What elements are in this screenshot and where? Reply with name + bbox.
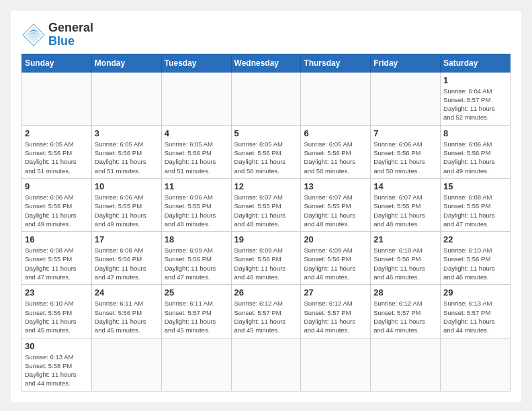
day-number: 14 [373, 181, 437, 191]
day-info: Sunrise: 6:07 AM Sunset: 5:55 PM Dayligh… [373, 193, 437, 228]
calendar-week-row: 16Sunrise: 6:08 AM Sunset: 5:55 PM Dayli… [22, 232, 511, 285]
calendar-week-row: 1Sunrise: 6:04 AM Sunset: 5:57 PM Daylig… [22, 72, 511, 125]
calendar-cell [161, 338, 231, 391]
day-info: Sunrise: 6:12 AM Sunset: 5:57 PM Dayligh… [373, 299, 437, 334]
day-number: 5 [234, 128, 298, 138]
calendar-cell: 26Sunrise: 6:12 AM Sunset: 5:57 PM Dayli… [231, 285, 301, 338]
svg-marker-1 [25, 26, 42, 43]
day-info: Sunrise: 6:09 AM Sunset: 5:56 PM Dayligh… [165, 246, 228, 281]
calendar-week-row: 9Sunrise: 6:06 AM Sunset: 5:56 PM Daylig… [22, 178, 511, 231]
day-number: 26 [234, 287, 298, 298]
day-number: 7 [373, 128, 437, 138]
calendar-cell: 14Sunrise: 6:07 AM Sunset: 5:55 PM Dayli… [371, 178, 441, 231]
day-number: 27 [304, 287, 367, 298]
weekday-header-row: SundayMondayTuesdayWednesdayThursdayFrid… [22, 54, 511, 72]
day-info: Sunrise: 6:11 AM Sunset: 5:56 PM Dayligh… [95, 299, 159, 334]
calendar-cell [161, 72, 231, 125]
page-container: GeneralBlue SundayMondayTuesdayWednesday… [11, 11, 521, 402]
day-info: Sunrise: 6:10 AM Sunset: 5:56 PM Dayligh… [25, 299, 89, 334]
day-number: 4 [165, 128, 228, 138]
calendar-cell: 30Sunrise: 6:13 AM Sunset: 5:58 PM Dayli… [22, 338, 92, 391]
calendar-cell: 20Sunrise: 6:09 AM Sunset: 5:56 PM Dayli… [301, 232, 371, 285]
day-info: Sunrise: 6:05 AM Sunset: 5:56 PM Dayligh… [304, 140, 367, 175]
calendar-cell [301, 72, 371, 125]
day-number: 18 [165, 234, 228, 244]
calendar-cell [91, 72, 161, 125]
day-number: 23 [25, 287, 89, 298]
weekday-header-thursday: Thursday [301, 54, 371, 72]
day-info: Sunrise: 6:11 AM Sunset: 5:57 PM Dayligh… [165, 299, 228, 334]
calendar-week-row: 2Sunrise: 6:05 AM Sunset: 5:56 PM Daylig… [22, 125, 511, 178]
calendar-cell: 4Sunrise: 6:05 AM Sunset: 5:56 PM Daylig… [161, 125, 231, 178]
calendar-cell: 11Sunrise: 6:06 AM Sunset: 5:55 PM Dayli… [161, 178, 231, 231]
weekday-header-saturday: Saturday [441, 54, 511, 72]
calendar-cell: 22Sunrise: 6:10 AM Sunset: 5:56 PM Dayli… [441, 232, 511, 285]
day-info: Sunrise: 6:12 AM Sunset: 5:57 PM Dayligh… [304, 299, 367, 334]
calendar-cell: 12Sunrise: 6:07 AM Sunset: 5:55 PM Dayli… [231, 178, 301, 231]
calendar-cell: 29Sunrise: 6:13 AM Sunset: 5:57 PM Dayli… [441, 285, 511, 338]
calendar-cell: 25Sunrise: 6:11 AM Sunset: 5:57 PM Dayli… [161, 285, 231, 338]
weekday-header-wednesday: Wednesday [231, 54, 301, 72]
day-number: 17 [95, 234, 159, 244]
day-number: 9 [25, 181, 89, 191]
day-info: Sunrise: 6:05 AM Sunset: 5:56 PM Dayligh… [25, 140, 89, 175]
day-info: Sunrise: 6:08 AM Sunset: 5:55 PM Dayligh… [25, 246, 89, 281]
weekday-header-sunday: Sunday [22, 54, 92, 72]
day-info: Sunrise: 6:12 AM Sunset: 5:57 PM Dayligh… [234, 299, 298, 334]
calendar-cell: 27Sunrise: 6:12 AM Sunset: 5:57 PM Dayli… [301, 285, 371, 338]
day-number: 24 [95, 287, 159, 298]
calendar-cell: 24Sunrise: 6:11 AM Sunset: 5:56 PM Dayli… [91, 285, 161, 338]
day-info: Sunrise: 6:05 AM Sunset: 5:56 PM Dayligh… [95, 140, 159, 175]
day-info: Sunrise: 6:13 AM Sunset: 5:58 PM Dayligh… [25, 353, 89, 388]
day-info: Sunrise: 6:09 AM Sunset: 5:56 PM Dayligh… [304, 246, 367, 281]
day-info: Sunrise: 6:09 AM Sunset: 5:56 PM Dayligh… [234, 246, 298, 281]
day-info: Sunrise: 6:07 AM Sunset: 5:55 PM Dayligh… [304, 193, 367, 228]
page-header: GeneralBlue [21, 21, 511, 48]
day-info: Sunrise: 6:07 AM Sunset: 5:55 PM Dayligh… [234, 193, 298, 228]
day-info: Sunrise: 6:06 AM Sunset: 5:56 PM Dayligh… [443, 140, 507, 175]
calendar-cell: 2Sunrise: 6:05 AM Sunset: 5:56 PM Daylig… [22, 125, 92, 178]
weekday-header-friday: Friday [371, 54, 441, 72]
calendar-cell [441, 338, 511, 391]
day-info: Sunrise: 6:08 AM Sunset: 5:56 PM Dayligh… [95, 246, 159, 281]
day-info: Sunrise: 6:04 AM Sunset: 5:57 PM Dayligh… [443, 87, 507, 122]
day-number: 28 [373, 287, 437, 298]
day-number: 12 [234, 181, 298, 191]
calendar-cell: 23Sunrise: 6:10 AM Sunset: 5:56 PM Dayli… [22, 285, 92, 338]
calendar-cell: 15Sunrise: 6:08 AM Sunset: 5:55 PM Dayli… [441, 178, 511, 231]
day-number: 20 [304, 234, 367, 244]
weekday-header-tuesday: Tuesday [161, 54, 231, 72]
calendar-cell: 16Sunrise: 6:08 AM Sunset: 5:55 PM Dayli… [22, 232, 92, 285]
day-info: Sunrise: 6:08 AM Sunset: 5:55 PM Dayligh… [443, 193, 507, 228]
day-info: Sunrise: 6:05 AM Sunset: 5:56 PM Dayligh… [165, 140, 228, 175]
day-info: Sunrise: 6:05 AM Sunset: 5:56 PM Dayligh… [234, 140, 298, 175]
calendar-cell [371, 338, 441, 391]
logo: GeneralBlue [21, 21, 93, 48]
calendar-cell [231, 338, 301, 391]
calendar-cell [22, 72, 92, 125]
day-number: 10 [95, 181, 159, 191]
calendar-cell [231, 72, 301, 125]
logo-icon [21, 23, 46, 47]
calendar-cell: 5Sunrise: 6:05 AM Sunset: 5:56 PM Daylig… [231, 125, 301, 178]
calendar-cell: 3Sunrise: 6:05 AM Sunset: 5:56 PM Daylig… [91, 125, 161, 178]
calendar-cell [301, 338, 371, 391]
day-number: 2 [25, 128, 89, 138]
calendar-cell: 13Sunrise: 6:07 AM Sunset: 5:55 PM Dayli… [301, 178, 371, 231]
calendar-cell: 10Sunrise: 6:06 AM Sunset: 5:55 PM Dayli… [91, 178, 161, 231]
day-number: 21 [373, 234, 437, 244]
day-number: 1 [443, 75, 507, 85]
calendar-cell [91, 338, 161, 391]
day-info: Sunrise: 6:13 AM Sunset: 5:57 PM Dayligh… [443, 299, 507, 334]
calendar-week-row: 30Sunrise: 6:13 AM Sunset: 5:58 PM Dayli… [22, 338, 511, 391]
day-number: 3 [95, 128, 159, 138]
day-number: 22 [443, 234, 507, 244]
day-number: 29 [443, 287, 507, 298]
day-number: 6 [304, 128, 367, 138]
day-number: 30 [25, 341, 89, 351]
weekday-header-monday: Monday [91, 54, 161, 72]
day-info: Sunrise: 6:06 AM Sunset: 5:56 PM Dayligh… [25, 193, 89, 228]
logo-text: GeneralBlue [48, 21, 93, 48]
day-info: Sunrise: 6:06 AM Sunset: 5:56 PM Dayligh… [373, 140, 437, 175]
calendar-cell: 28Sunrise: 6:12 AM Sunset: 5:57 PM Dayli… [371, 285, 441, 338]
